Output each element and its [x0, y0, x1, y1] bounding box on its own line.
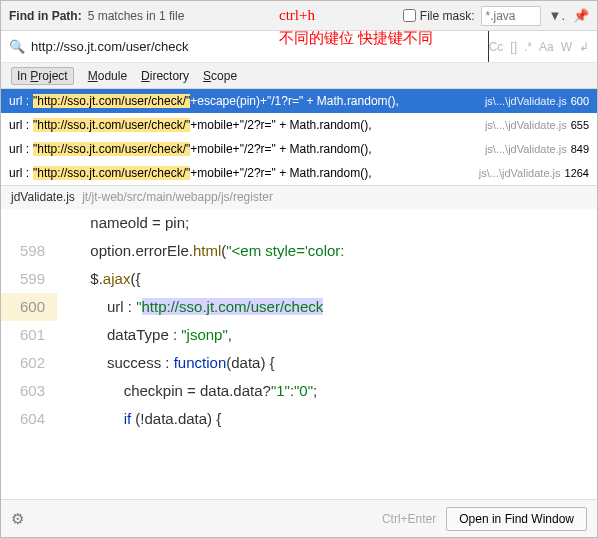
search-option[interactable]: ↲	[579, 40, 589, 54]
search-option[interactable]: W	[561, 40, 572, 54]
pin-icon[interactable]: 📌	[573, 8, 589, 23]
dialog-title: Find in Path:	[9, 9, 82, 23]
footer: ⚙ Ctrl+Enter Open in Find Window	[1, 499, 597, 537]
search-option[interactable]: .*	[524, 40, 532, 54]
file-mask-input[interactable]	[481, 6, 541, 26]
code-line: 600 url : "http://sso.jt.com/user/check	[1, 293, 597, 321]
shortcut-hint: Ctrl+Enter	[382, 512, 436, 526]
code-line: 599 $.ajax({	[1, 265, 597, 293]
gear-icon[interactable]: ⚙	[11, 510, 24, 528]
code-line: 601 dataType : "jsonp",	[1, 321, 597, 349]
search-options: Cc[].*AaW↲	[489, 40, 589, 54]
filter-icon[interactable]: ▼.	[549, 8, 565, 23]
search-icon: 🔍	[9, 39, 25, 54]
scope-tab[interactable]: In Project	[11, 67, 74, 85]
result-row[interactable]: url : "http://sso.jt.com/user/check/"+mo…	[1, 161, 597, 185]
scope-tab[interactable]: Directory	[141, 69, 189, 83]
code-line: 602 success : function(data) {	[1, 349, 597, 377]
search-option[interactable]: Cc	[489, 40, 504, 54]
code-line: 604 if (!data.data) {	[1, 405, 597, 433]
code-preview[interactable]: nameold = pin;598 option.errorEle.html("…	[1, 209, 597, 433]
file-mask-checkbox[interactable]	[403, 9, 416, 22]
scope-tab[interactable]: Module	[88, 69, 127, 83]
code-line: nameold = pin;	[1, 209, 597, 237]
search-option[interactable]: []	[510, 40, 517, 54]
search-bar: 🔍 Cc[].*AaW↲	[1, 31, 597, 63]
match-count: 5 matches in 1 file	[88, 9, 185, 23]
scope-bar: In ProjectModuleDirectoryScope	[1, 63, 597, 89]
result-row[interactable]: url : "http://sso.jt.com/user/check/"+es…	[1, 89, 597, 113]
file-mask-label: File mask:	[420, 9, 475, 23]
preview-tab: jdValidate.js jt/jt-web/src/main/webapp/…	[1, 185, 597, 209]
scope-tab[interactable]: Scope	[203, 69, 237, 83]
result-row[interactable]: url : "http://sso.jt.com/user/check/"+mo…	[1, 113, 597, 137]
result-row[interactable]: url : "http://sso.jt.com/user/check/"+mo…	[1, 137, 597, 161]
code-line: 603 checkpin = data.data?"1":"0";	[1, 377, 597, 405]
search-option[interactable]: Aa	[539, 40, 554, 54]
preview-filepath: jt/jt-web/src/main/webapp/js/register	[82, 190, 273, 204]
preview-filename: jdValidate.js	[11, 190, 75, 204]
search-input[interactable]	[31, 31, 489, 62]
open-in-find-window-button[interactable]: Open in Find Window	[446, 507, 587, 531]
results-list: url : "http://sso.jt.com/user/check/"+es…	[1, 89, 597, 185]
dialog-header: Find in Path: 5 matches in 1 file File m…	[1, 1, 597, 31]
code-line: 598 option.errorEle.html("<em style='col…	[1, 237, 597, 265]
